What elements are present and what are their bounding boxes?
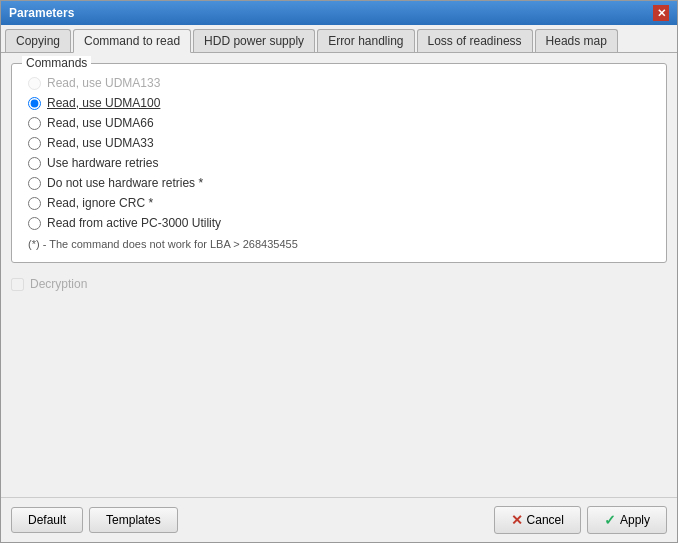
option-active-pc3000-label: Read from active PC-3000 Utility [47, 216, 221, 230]
commands-note: (*) - The command does not work for LBA … [28, 238, 650, 250]
option-udma100[interactable]: Read, use UDMA100 [28, 96, 650, 110]
title-bar: Parameters ✕ [1, 1, 677, 25]
cancel-button[interactable]: ✕ Cancel [494, 506, 581, 534]
tab-loss-of-readiness[interactable]: Loss of readiness [417, 29, 533, 52]
bottom-right-buttons: ✕ Cancel ✓ Apply [494, 506, 667, 534]
bottom-left-buttons: Default Templates [11, 507, 178, 533]
option-no-hw-retries-label: Do not use hardware retries * [47, 176, 203, 190]
decryption-row: Decryption [11, 271, 667, 297]
option-udma133[interactable]: Read, use UDMA133 [28, 76, 650, 90]
option-udma100-label: Read, use UDMA100 [47, 96, 160, 110]
apply-label: Apply [620, 513, 650, 527]
tab-heads-map[interactable]: Heads map [535, 29, 618, 52]
option-active-pc3000[interactable]: Read from active PC-3000 Utility [28, 216, 650, 230]
tab-hdd-power-supply[interactable]: HDD power supply [193, 29, 315, 52]
commands-group: Commands Read, use UDMA133 Read, use UDM… [11, 63, 667, 263]
window-title: Parameters [9, 6, 74, 20]
commands-legend: Commands [22, 56, 91, 70]
option-udma33[interactable]: Read, use UDMA33 [28, 136, 650, 150]
decryption-label: Decryption [30, 277, 87, 291]
cancel-label: Cancel [527, 513, 564, 527]
templates-button[interactable]: Templates [89, 507, 178, 533]
option-udma33-label: Read, use UDMA33 [47, 136, 154, 150]
option-udma66[interactable]: Read, use UDMA66 [28, 116, 650, 130]
option-udma66-label: Read, use UDMA66 [47, 116, 154, 130]
option-hw-retries-label: Use hardware retries [47, 156, 158, 170]
bottom-bar: Default Templates ✕ Cancel ✓ Apply [1, 497, 677, 542]
option-udma133-label: Read, use UDMA133 [47, 76, 160, 90]
tab-content: Commands Read, use UDMA133 Read, use UDM… [1, 53, 677, 497]
default-button[interactable]: Default [11, 507, 83, 533]
tab-copying[interactable]: Copying [5, 29, 71, 52]
option-no-hw-retries[interactable]: Do not use hardware retries * [28, 176, 650, 190]
option-hw-retries[interactable]: Use hardware retries [28, 156, 650, 170]
apply-button[interactable]: ✓ Apply [587, 506, 667, 534]
option-ignore-crc[interactable]: Read, ignore CRC * [28, 196, 650, 210]
tab-error-handling[interactable]: Error handling [317, 29, 414, 52]
decryption-checkbox[interactable] [11, 278, 24, 291]
parameters-window: Parameters ✕ Copying Command to read HDD… [0, 0, 678, 543]
tab-bar: Copying Command to read HDD power supply… [1, 25, 677, 53]
option-ignore-crc-label: Read, ignore CRC * [47, 196, 153, 210]
cancel-icon: ✕ [511, 512, 523, 528]
close-button[interactable]: ✕ [653, 5, 669, 21]
apply-icon: ✓ [604, 512, 616, 528]
tab-command-to-read[interactable]: Command to read [73, 29, 191, 53]
